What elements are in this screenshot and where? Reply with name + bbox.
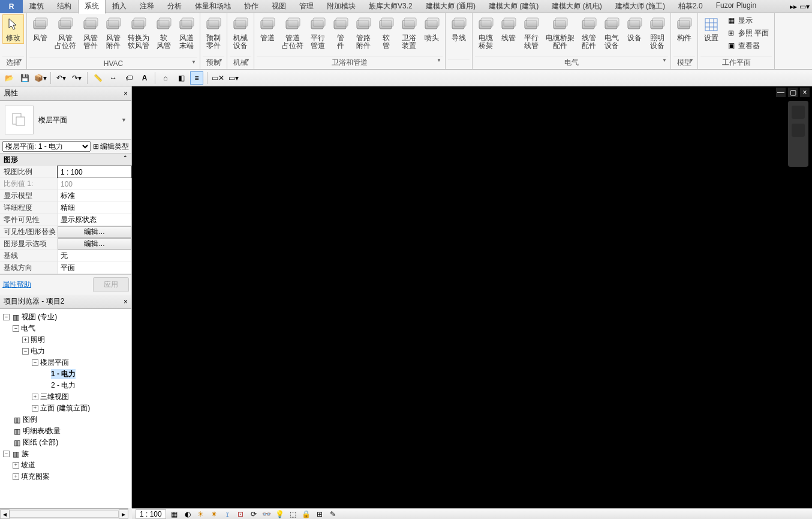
chevron-down-icon[interactable]: ▼	[245, 58, 250, 63]
tree-item-5[interactable]: 1 - 电力	[1, 368, 130, 380]
pan-icon[interactable]	[792, 124, 805, 137]
dimension-icon[interactable]: ↔	[107, 71, 120, 85]
plumb-button-5[interactable]: 软 管	[375, 14, 397, 52]
hvac-button-4[interactable]: 转换为 软风管	[125, 14, 152, 52]
tree-twisty-icon[interactable]: −	[32, 359, 38, 366]
plumb-button-4[interactable]: 管路 附件	[353, 14, 374, 52]
tab-13[interactable]: 建模大师 (建筑)	[482, 0, 545, 14]
tab-9[interactable]: 管理	[293, 0, 320, 14]
tree-item-9[interactable]: ▥图例	[1, 414, 130, 425]
close-icon[interactable]: ×	[800, 88, 810, 97]
chevron-down-icon[interactable]: ▼	[18, 58, 23, 63]
reveal-hidden-icon[interactable]: 💡	[275, 510, 285, 518]
close-icon[interactable]: ×	[124, 89, 128, 98]
save-icon[interactable]: 💾	[18, 71, 31, 85]
elec-button-4[interactable]: 线管 配件	[578, 14, 600, 52]
temp-hide-icon[interactable]: 👓	[262, 510, 272, 518]
tree-twisty-icon[interactable]: +	[32, 405, 38, 412]
minimize-icon[interactable]: —	[776, 88, 786, 97]
analytical-icon[interactable]: ⊞	[315, 510, 324, 518]
tree-item-1[interactable]: −电气	[1, 323, 130, 334]
chevron-down-icon[interactable]: ▼	[191, 59, 196, 65]
scroll-left-icon[interactable]: ◂	[0, 509, 10, 519]
close-view-icon[interactable]: ▭✕	[211, 71, 224, 85]
chevron-down-icon[interactable]: ▼	[218, 58, 223, 63]
dropdown-icon[interactable]: ▭▾	[799, 2, 810, 11]
scroll-right-icon[interactable]: ▸	[119, 509, 128, 519]
tab-5[interactable]: 分析	[161, 0, 188, 14]
maximize-icon[interactable]: ▢	[788, 88, 798, 97]
view-scale-button[interactable]: 1 : 100	[136, 509, 166, 519]
viewer-button[interactable]: ▣查看器	[723, 40, 772, 52]
plumb-button-6[interactable]: 卫浴 装置	[398, 14, 420, 52]
elec-button-5[interactable]: 电气 设备	[601, 14, 622, 52]
tree-item-0[interactable]: −▥视图 (专业)	[1, 311, 130, 323]
hvac-button-6[interactable]: 风道 末端	[176, 14, 197, 52]
ref-plane-button[interactable]: ⊞参照 平面	[723, 27, 772, 39]
plumb-button-3[interactable]: 管 件	[330, 14, 351, 52]
hvac-button-1[interactable]: 风管 占位符	[52, 14, 79, 52]
drawing-canvas[interactable]: — ▢ ×	[132, 86, 812, 508]
prop-value-6[interactable]: 编辑...	[58, 238, 131, 250]
tab-4[interactable]: 注释	[133, 0, 161, 14]
thin-lines-icon[interactable]: ≡	[190, 71, 203, 85]
plumb-button-0[interactable]: 管道	[257, 14, 278, 44]
tree-twisty-icon[interactable]: +	[32, 394, 38, 400]
tree-item-3[interactable]: −电力	[1, 346, 130, 357]
tree-item-13[interactable]: +坡道	[1, 460, 130, 471]
package-icon[interactable]: 📦▾	[34, 71, 47, 85]
elec-button-0[interactable]: 电缆 桥架	[475, 14, 497, 52]
measure-icon[interactable]: 📏	[91, 71, 104, 85]
switch-window-icon[interactable]: ▭▾	[227, 71, 240, 85]
chevron-down-icon[interactable]: ▼	[121, 117, 127, 123]
visual-style-icon[interactable]: ◐	[183, 510, 193, 518]
section-icon[interactable]: ◧	[175, 71, 188, 85]
chevron-down-icon[interactable]: ▼	[662, 58, 667, 63]
prop-value-4[interactable]: 显示原状态	[58, 214, 131, 226]
tree-twisty-icon[interactable]: −	[3, 451, 10, 457]
redo-icon[interactable]: ↷▾	[70, 71, 83, 85]
tab-0[interactable]: 建筑	[23, 0, 50, 14]
close-icon[interactable]: ×	[124, 298, 128, 306]
tree-twisty-icon[interactable]: −	[13, 325, 19, 332]
tree-twisty-icon[interactable]: −	[22, 348, 29, 355]
prop-value-5[interactable]: 编辑...	[58, 226, 131, 238]
open-icon[interactable]: 📂	[2, 71, 16, 85]
mech-button-0[interactable]: 机械 设备	[230, 14, 251, 52]
tab-3[interactable]: 插入	[106, 0, 133, 14]
chevron-down-icon[interactable]: ▼	[437, 58, 441, 63]
prefab-button-0[interactable]: 预制 零件	[203, 14, 224, 52]
tree-item-10[interactable]: ▥明细表/数量	[1, 425, 130, 437]
tab-11[interactable]: 族库大师V3.2	[362, 0, 419, 14]
shadows-icon[interactable]: ✷	[209, 510, 219, 518]
plumb-button-1[interactable]: 管道 占位符	[279, 14, 306, 52]
type-selector[interactable]: 楼层平面: 1 - 电力	[2, 141, 91, 152]
reveal-constraints-icon[interactable]: 🔒	[302, 510, 311, 518]
tree-twisty-icon[interactable]: +	[13, 473, 19, 480]
hvac-button-3[interactable]: 风管 附件	[103, 14, 124, 52]
hvac-button-2[interactable]: 风管 管件	[80, 14, 101, 52]
elec-button-3[interactable]: 电缆桥架 配件	[543, 14, 577, 52]
overflow-icon[interactable]: ▸▸	[790, 2, 797, 11]
chevron-down-icon[interactable]: ▼	[689, 58, 694, 63]
apply-button[interactable]: 应用	[93, 277, 129, 292]
tab-2[interactable]: 系统	[78, 0, 106, 14]
tab-17[interactable]: Fuzor Plugin	[709, 0, 763, 14]
tree-item-7[interactable]: +三维视图	[1, 391, 130, 403]
tree-item-4[interactable]: −楼层平面	[1, 357, 130, 368]
tab-6[interactable]: 体量和场地	[188, 0, 237, 14]
plumb-button-2[interactable]: 平行 管道	[307, 14, 329, 52]
steering-wheel-icon[interactable]	[792, 106, 805, 119]
detail-level-icon[interactable]: ▦	[170, 510, 179, 518]
prop-value-0[interactable]: 1 : 100	[58, 166, 131, 178]
tree-item-12[interactable]: −▥族	[1, 448, 130, 460]
elec-button-7[interactable]: 照明 设备	[646, 14, 668, 52]
set-workplane-button[interactable]: 设置	[700, 14, 722, 44]
prop-value-3[interactable]: 精细	[58, 202, 131, 214]
tag-icon[interactable]: 🏷	[122, 71, 136, 85]
tab-16[interactable]: 柏慕2.0	[672, 0, 709, 14]
model-button-0[interactable]: 构件	[673, 14, 695, 44]
prop-value-8[interactable]: 平面	[58, 262, 131, 274]
sun-path-icon[interactable]: ☀	[196, 510, 206, 518]
crop-region-icon[interactable]: ⊡	[236, 510, 245, 518]
